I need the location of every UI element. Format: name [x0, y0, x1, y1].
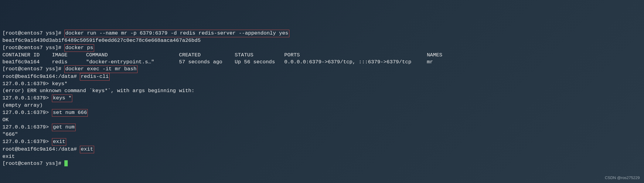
terminal-line: (empty array) [2, 102, 642, 109]
shell-prompt: root@bea1f6c9a164:/data# [2, 146, 80, 152]
output-text: (empty array) [2, 102, 43, 108]
shell-prompt: 127.0.0.1:6379> [2, 139, 52, 145]
shell-prompt: 127.0.0.1:6379> [2, 81, 52, 87]
terminal-line: 127.0.0.1:6379> set num 666 [2, 109, 642, 117]
terminal-line: root@bea1f6c9a164:/data# exit [2, 146, 642, 153]
command-input: docker ps [64, 44, 94, 52]
terminal-line: [root@centos7 yss]# docker run --name mr… [2, 30, 642, 37]
command-input: keys* [52, 81, 67, 87]
command-input: exit [52, 138, 66, 146]
terminal-line: "666" [2, 131, 642, 138]
shell-prompt: 127.0.0.1:6379> [2, 95, 52, 101]
terminal-line: (error) ERR unknown command `keys*`, wit… [2, 88, 642, 95]
terminal-line: root@bea1f6c9a164:/data# redis-cli [2, 73, 642, 81]
terminal-line: CONTAINER ID IMAGE COMMAND CREATED STATU… [2, 52, 642, 59]
shell-prompt: 127.0.0.1:6379> [2, 110, 52, 115]
output-text: bea1f6c9a16430d3ab1f6489c50591fe0edd627c… [2, 38, 201, 43]
table-row: bea1f6c9a164 redis "docker-entrypoint.s…… [2, 59, 458, 65]
shell-prompt: root@bea1f6c9a164:/data# [2, 74, 80, 79]
command-input: keys * [52, 95, 72, 102]
command-input: get num [52, 124, 75, 131]
shell-prompt: [root@centos7 yss]# [2, 30, 64, 36]
terminal-line: bea1f6c9a16430d3ab1f6489c50591fe0edd627c… [2, 37, 642, 44]
cursor [64, 160, 68, 166]
terminal-line: [root@centos7 yss]# [2, 160, 642, 167]
terminal-output[interactable]: [root@centos7 yss]# docker run --name mr… [2, 30, 642, 167]
terminal-line: 127.0.0.1:6379> get num [2, 124, 642, 131]
terminal-line: [root@centos7 yss]# docker exec -it mr b… [2, 65, 642, 73]
terminal-line: 127.0.0.1:6379> exit [2, 138, 642, 146]
shell-prompt: [root@centos7 yss]# [2, 45, 64, 51]
terminal-line: 127.0.0.1:6379> keys* [2, 81, 642, 88]
terminal-line: 127.0.0.1:6379> keys * [2, 95, 642, 102]
shell-prompt: [root@centos7 yss]# [2, 161, 64, 166]
table-header: CONTAINER ID IMAGE COMMAND CREATED STATU… [2, 52, 458, 58]
command-input: redis-cli [80, 73, 110, 81]
shell-prompt: 127.0.0.1:6379> [2, 124, 52, 130]
output-text: OK [2, 117, 9, 123]
command-input: exit [80, 146, 94, 153]
shell-prompt: [root@centos7 yss]# [2, 66, 64, 72]
terminal-line: OK [2, 117, 642, 124]
output-text: "666" [2, 131, 18, 137]
command-input: docker run --name mr -p 6379:6379 -d red… [64, 30, 289, 37]
command-input: set num 666 [52, 109, 88, 117]
terminal-line: bea1f6c9a164 redis "docker-entrypoint.s…… [2, 59, 642, 66]
terminal-line: [root@centos7 yss]# docker ps [2, 44, 642, 52]
command-input: docker exec -it mr bash [64, 65, 138, 73]
watermark-text: CSDN @ros275229 [605, 175, 640, 181]
terminal-line: exit [2, 153, 642, 160]
output-text: (error) ERR unknown command `keys*`, wit… [2, 88, 195, 94]
output-text: exit [2, 154, 15, 159]
